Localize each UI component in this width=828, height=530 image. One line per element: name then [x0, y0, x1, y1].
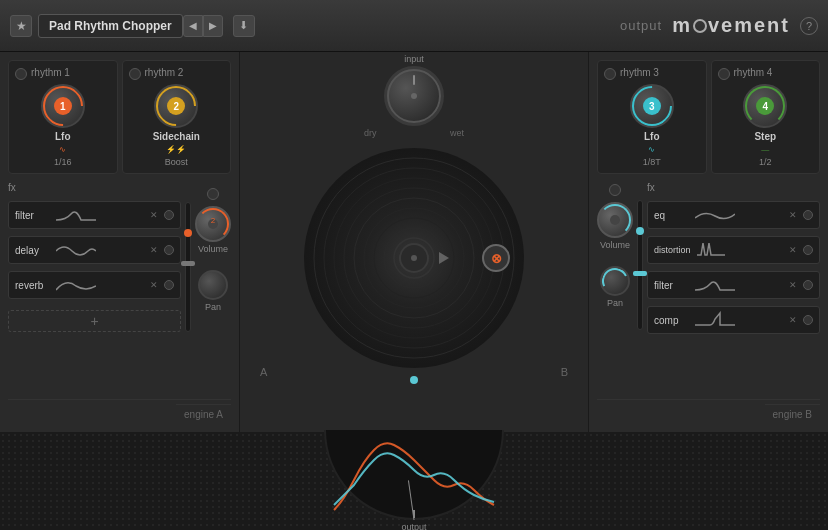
- fx-add-button[interactable]: +: [8, 310, 181, 332]
- fx-comp-power-button[interactable]: [803, 315, 813, 325]
- rhythm4-header: rhythm 4: [718, 67, 814, 84]
- fx-b-label: fx: [647, 182, 820, 193]
- engine-a-fader[interactable]: [185, 202, 191, 332]
- rhythm-row-a: rhythm 1 1 Lfo ∿ 1/16 rhythm 2: [8, 60, 231, 174]
- fx-eq-item: eq ✕: [647, 201, 820, 229]
- vinyl-disk[interactable]: ⊗: [304, 148, 524, 368]
- rhythm2-label: rhythm 2: [145, 67, 184, 78]
- fx-filter-b-item: filter ✕: [647, 271, 820, 299]
- rhythm2-knob-container: 2 Sidechain ⚡⚡ Boost: [129, 84, 225, 167]
- rhythm3-knob[interactable]: 3: [630, 84, 674, 128]
- fx-delay-item: delay ✕: [8, 236, 181, 264]
- engine-b-label: engine B: [765, 404, 820, 424]
- fx-reverb-item: reverb ✕: [8, 271, 181, 299]
- rhythm-3-section: rhythm 3 3 Lfo ∿ 1/8T: [597, 60, 707, 174]
- engine-a-volume-knob[interactable]: 2: [195, 206, 231, 242]
- vinyl-container: ⊗: [304, 148, 524, 368]
- engine-b-footer: engine B: [597, 399, 820, 424]
- input-knob[interactable]: [384, 66, 444, 126]
- fx-delay-close-button[interactable]: ✕: [150, 245, 158, 255]
- rhythm1-knob[interactable]: 1: [41, 84, 85, 128]
- favorite-button[interactable]: ★: [10, 15, 32, 37]
- movement-logo: mvement: [672, 14, 790, 37]
- top-bar: ★ Pad Rhythm Chopper ◀ ▶ ⬇ output mvemen…: [0, 0, 828, 52]
- bottom-section: output: [0, 432, 828, 530]
- engine-a-fader-dot: [184, 229, 192, 237]
- fx-a-column: fx filter ✕ delay: [8, 182, 181, 399]
- fx-distortion-close-button[interactable]: ✕: [789, 245, 797, 255]
- engine-a-pan-knob[interactable]: [198, 270, 228, 300]
- fx-reverb-power-button[interactable]: [164, 280, 174, 290]
- fx-eq-close-button[interactable]: ✕: [789, 210, 797, 220]
- preset-nav: ◀ ▶: [183, 15, 229, 37]
- engine-b-volume-label: Volume: [600, 240, 630, 250]
- save-button[interactable]: ⬇: [233, 15, 255, 37]
- engine-b-panel: rhythm 3 3 Lfo ∿ 1/8T rhythm 4: [588, 52, 828, 432]
- rhythm4-power-button[interactable]: [718, 68, 730, 80]
- engine-b-fader-thumb[interactable]: [633, 271, 647, 276]
- rhythm2-wave-icon: ⚡⚡: [166, 145, 186, 154]
- fx-eq-power-button[interactable]: [803, 210, 813, 220]
- rhythm1-power-button[interactable]: [15, 68, 27, 80]
- fx-reverb-curve: [56, 276, 144, 294]
- rhythm4-mode: Step: [754, 131, 776, 142]
- engine-b-power-button[interactable]: [609, 184, 621, 196]
- engine-a-volume-label: Volume: [198, 244, 228, 254]
- rhythm3-power-button[interactable]: [604, 68, 616, 80]
- fx-filter-close-button[interactable]: ✕: [150, 210, 158, 220]
- rhythm-1-section: rhythm 1 1 Lfo ∿ 1/16: [8, 60, 118, 174]
- help-button[interactable]: ?: [800, 17, 818, 35]
- fx-filter-b-close-button[interactable]: ✕: [789, 280, 797, 290]
- rhythm4-knob-container: 4 Step — 1/2: [718, 84, 814, 167]
- fx-distortion-power-button[interactable]: [803, 245, 813, 255]
- rhythm1-knob-container: 1 Lfo ∿ 1/16: [15, 84, 111, 167]
- rhythm1-label: rhythm 1: [31, 67, 70, 78]
- input-knob-area: input dry wet: [364, 54, 464, 138]
- engine-b-pan-label: Pan: [607, 298, 623, 308]
- output-bottom-label: output: [401, 522, 426, 530]
- rhythm2-mode: Sidechain: [153, 131, 200, 142]
- engine-a-label: engine A: [176, 404, 231, 424]
- rhythm4-knob[interactable]: 4: [743, 84, 787, 128]
- mute-button[interactable]: ⊗: [482, 244, 510, 272]
- dry-label: dry: [364, 128, 377, 138]
- engine-a-fader-thumb[interactable]: [181, 261, 195, 266]
- rhythm2-header: rhythm 2: [129, 67, 225, 84]
- fx-comp-curve: [695, 311, 783, 329]
- fx-filter-curve: [56, 206, 144, 224]
- rhythm-4-section: rhythm 4 4 Step — 1/2: [711, 60, 821, 174]
- engine-b-pan-knob[interactable]: [600, 266, 630, 296]
- crossfader-row: A B: [240, 368, 588, 398]
- rhythm3-mode: Lfo: [644, 131, 660, 142]
- fx-filter-power-button[interactable]: [164, 210, 174, 220]
- rhythm2-sub: Boost: [165, 157, 188, 167]
- fx-filter-b-power-button[interactable]: [803, 280, 813, 290]
- main-area: rhythm 1 1 Lfo ∿ 1/16 rhythm 2: [0, 52, 828, 432]
- rhythm1-mode: Lfo: [55, 131, 71, 142]
- next-preset-button[interactable]: ▶: [203, 15, 223, 37]
- fx-eq-name: eq: [654, 210, 689, 221]
- wet-label: wet: [450, 128, 464, 138]
- engine-a-panel: rhythm 1 1 Lfo ∿ 1/16 rhythm 2: [0, 52, 240, 432]
- engine-a-power-button[interactable]: [207, 188, 219, 200]
- rhythm-row-b: rhythm 3 3 Lfo ∿ 1/8T rhythm 4: [597, 60, 820, 174]
- fx-reverb-close-button[interactable]: ✕: [150, 280, 158, 290]
- preset-name[interactable]: Pad Rhythm Chopper: [38, 14, 183, 38]
- fx-reverb-name: reverb: [15, 280, 50, 291]
- rhythm2-power-button[interactable]: [129, 68, 141, 80]
- engine-b-volume-knob[interactable]: [597, 202, 633, 238]
- rhythm2-knob[interactable]: 2: [154, 84, 198, 128]
- engine-a-vol-pan: 2 Volume Pan: [195, 182, 231, 399]
- fx-comp-close-button[interactable]: ✕: [789, 315, 797, 325]
- engine-b-fader[interactable]: [637, 200, 643, 330]
- prev-preset-button[interactable]: ◀: [183, 15, 203, 37]
- center-top: input dry wet: [240, 52, 588, 138]
- output-meter: [324, 430, 504, 520]
- fx-delay-power-button[interactable]: [164, 245, 174, 255]
- rhythm4-sub: 1/2: [759, 157, 772, 167]
- crossfader-dot[interactable]: [410, 376, 418, 384]
- rhythm-2-section: rhythm 2 2 Sidechain ⚡⚡ Boost: [122, 60, 232, 174]
- center-panel: input dry wet: [240, 52, 588, 432]
- rhythm1-sub: 1/16: [54, 157, 72, 167]
- branding-area: output mvement ?: [620, 14, 818, 37]
